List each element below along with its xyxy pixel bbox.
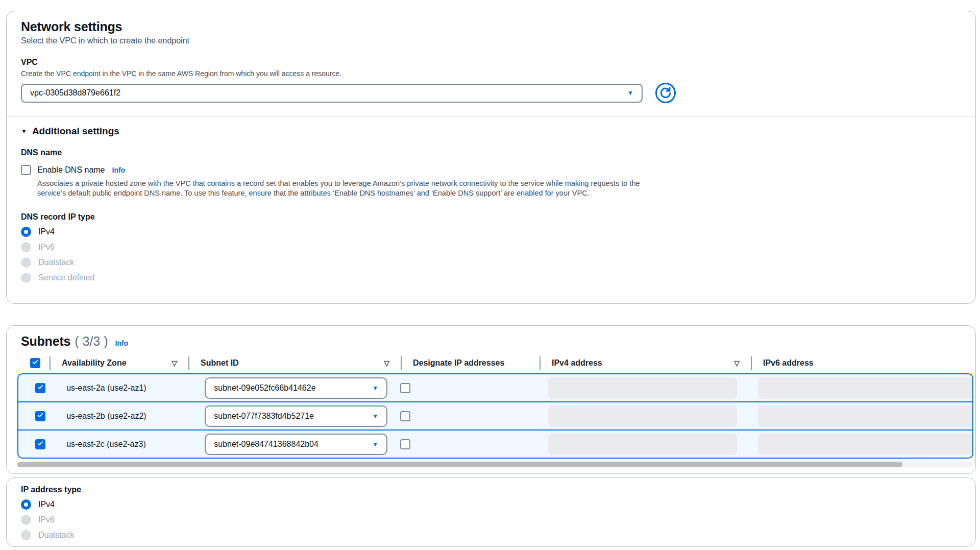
enable-dns-name-row: Enable DNS name Info (21, 165, 961, 175)
ipv4-address-cell (536, 374, 745, 401)
chevron-down-icon: ▼ (372, 441, 378, 447)
column-label: IPv6 address (763, 358, 814, 368)
radio-option-service-defined: Service defined (21, 273, 961, 283)
ipv6-address-cell (745, 374, 972, 401)
section-divider (7, 116, 975, 116)
radio-ipv4[interactable] (21, 227, 31, 237)
radio-option-ipv4: IPv4 (21, 499, 961, 510)
network-settings-card: Network settings Select the VPC in which… (6, 11, 976, 304)
dns-record-ip-type-label: DNS record IP type (21, 212, 961, 222)
subnet-rows: us-east-2a (use2-az1) subnet-09e052fc66b… (17, 373, 973, 459)
subnets-header: Subnets ( 3/3 ) Info (7, 326, 975, 349)
ipv6-address-cell (745, 431, 972, 458)
check-icon (37, 412, 44, 421)
row-checkbox[interactable] (35, 411, 45, 421)
table-row: us-east-2a (use2-az1) subnet-09e052fc66b… (18, 374, 972, 402)
subnet-select-value: subnet-077f7383fd4b5271e (214, 412, 314, 421)
sort-icon[interactable]: ▽ (384, 359, 389, 367)
vpc-select-value: vpc-0305d38d879e661f2 (30, 88, 120, 98)
availability-zone-value: us-east-2c (use2-az3) (66, 440, 146, 449)
subnet-select[interactable]: subnet-077f7383fd4b5271e ▼ (205, 405, 387, 427)
subnets-count: ( 3/3 ) (75, 334, 108, 349)
ipv4-address-input (548, 405, 737, 427)
radio-option-ipv6: IPv6 (21, 515, 961, 525)
radio-dualstack (21, 530, 31, 540)
sort-icon[interactable]: ▽ (172, 359, 177, 367)
enable-dns-name-checkbox[interactable] (21, 165, 31, 175)
designate-ip-checkbox[interactable] (400, 411, 410, 421)
row-select-cell (26, 431, 54, 458)
subnets-card: Subnets ( 3/3 ) Info Availability Zone ▽… (6, 325, 976, 474)
ip-address-type-card: IP address type IPv4 IPv6 Dualstack (6, 477, 976, 547)
check-icon (37, 384, 44, 393)
radio-service-defined-label: Service defined (38, 273, 94, 282)
column-header-ipv6-address: IPv6 address (751, 353, 973, 373)
subnet-id-cell: subnet-077f7383fd4b5271e ▼ (191, 402, 400, 429)
ip-address-type-group: IPv4 IPv6 Dualstack (21, 499, 961, 540)
radio-dualstack-label: Dualstack (38, 531, 74, 540)
availability-zone-cell: us-east-2b (use2-az2) (54, 402, 191, 429)
dns-name-info-link[interactable]: Info (112, 166, 126, 174)
ipv6-address-cell (745, 402, 972, 429)
page-title: Network settings (21, 19, 961, 34)
page-subtitle: Select the VPC in which to create the en… (21, 36, 961, 45)
select-all-checkbox[interactable] (30, 358, 40, 368)
additional-settings-toggle[interactable]: ▼ Additional settings (21, 126, 961, 137)
horizontal-scrollbar[interactable] (17, 462, 973, 467)
chevron-down-icon: ▼ (372, 385, 378, 391)
subnet-id-cell: subnet-09e84741368842b04 ▼ (191, 431, 400, 458)
refresh-icon (655, 98, 676, 105)
designate-ip-cell (400, 402, 537, 429)
availability-zone-cell: us-east-2a (use2-az1) (54, 374, 191, 401)
subnets-info-link[interactable]: Info (115, 339, 129, 347)
radio-option-dualstack: Dualstack (21, 530, 961, 540)
ipv4-address-input (548, 377, 737, 399)
sort-icon[interactable]: ▽ (734, 359, 740, 367)
ipv6-address-input (758, 377, 972, 399)
ipv6-address-input (758, 434, 972, 455)
column-header-ipv4-address: IPv4 address ▽ (540, 353, 751, 373)
row-checkbox[interactable] (35, 439, 45, 449)
radio-dualstack (21, 257, 31, 268)
dns-record-ip-type-group: IPv4 IPv6 Dualstack Service defined (21, 227, 961, 283)
subnet-select[interactable]: subnet-09e052fc66b41462e ▼ (205, 377, 387, 399)
enable-dns-name-label: Enable DNS name (37, 165, 105, 175)
designate-ip-cell (400, 374, 537, 401)
refresh-button[interactable] (655, 82, 676, 104)
dns-name-description: Associates a private hosted zone with th… (37, 179, 647, 198)
ipv4-address-cell (536, 402, 745, 429)
row-checkbox[interactable] (35, 383, 45, 393)
subnet-select[interactable]: subnet-09e84741368842b04 ▼ (205, 434, 387, 455)
vpc-description: Create the VPC endpoint in the VPC in th… (21, 69, 961, 78)
radio-dualstack-label: Dualstack (38, 258, 74, 267)
ipv4-address-cell (536, 431, 745, 458)
radio-option-dualstack: Dualstack (21, 257, 961, 268)
table-row: us-east-2c (use2-az3) subnet-09e84741368… (18, 431, 972, 458)
column-header-designate-ip: Designate IP addresses (401, 353, 540, 373)
availability-zone-value: us-east-2b (use2-az2) (66, 412, 146, 421)
ipv4-address-input (548, 434, 737, 455)
vpc-select-row: vpc-0305d38d879e661f2 ▼ (21, 82, 961, 104)
scrollbar-thumb[interactable] (17, 462, 902, 467)
column-label: Subnet ID (201, 358, 239, 368)
radio-ipv4[interactable] (21, 499, 31, 510)
column-label: Designate IP addresses (413, 358, 504, 368)
chevron-down-icon: ▼ (372, 413, 378, 419)
radio-ipv4-label: IPv4 (38, 227, 55, 236)
table-header-row: Availability Zone ▽ Subnet ID ▽ Designat… (21, 353, 973, 373)
triangle-down-icon: ▼ (21, 128, 27, 135)
row-select-cell (26, 374, 54, 401)
chevron-down-icon: ▼ (627, 90, 633, 96)
designate-ip-checkbox[interactable] (400, 383, 410, 393)
subnet-select-value: subnet-09e84741368842b04 (214, 440, 318, 449)
radio-option-ipv4: IPv4 (21, 227, 961, 237)
select-all-cell (21, 353, 50, 373)
radio-ipv6-label: IPv6 (38, 515, 55, 524)
availability-zone-cell: us-east-2c (use2-az3) (54, 431, 191, 458)
subnets-title: Subnets (21, 334, 70, 349)
column-header-availability-zone: Availability Zone ▽ (50, 353, 188, 373)
check-icon (32, 358, 39, 368)
radio-ipv6 (21, 242, 31, 252)
designate-ip-checkbox[interactable] (400, 439, 410, 449)
vpc-select[interactable]: vpc-0305d38d879e661f2 ▼ (21, 84, 643, 103)
